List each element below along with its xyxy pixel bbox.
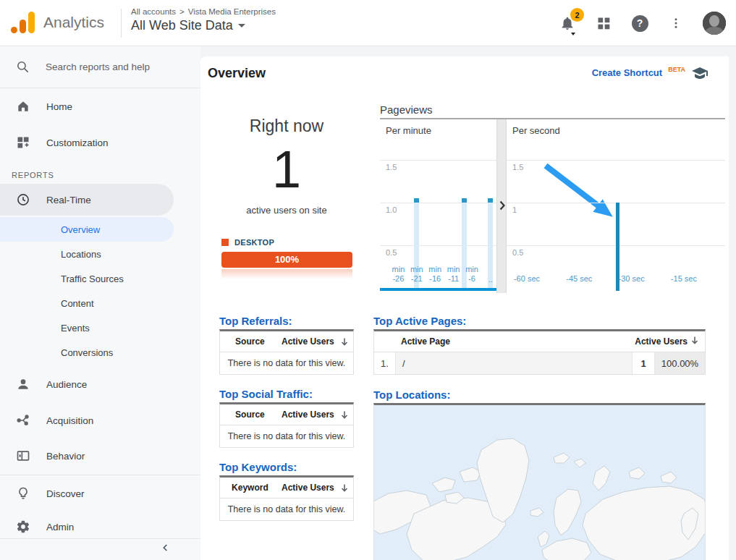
sidebar-item-locations[interactable]: Locations: [0, 242, 200, 266]
sidebar-item-traffic-sources[interactable]: Traffic Sources: [0, 266, 200, 291]
sidebar-item-label: Home: [46, 101, 72, 112]
row-percentage: 100.00%: [654, 352, 705, 374]
top-keywords-title: Top Keywords:: [219, 461, 297, 473]
sidebar-item-audience[interactable]: Audience: [0, 366, 200, 402]
pageviews-bar-cap: [488, 198, 493, 203]
sidebar-item-realtime[interactable]: Real-Time: [0, 184, 174, 216]
sidebar-item-acquisition[interactable]: Acquisition: [0, 402, 200, 438]
home-icon: [16, 99, 30, 114]
app-header: Analytics All accounts > Vista Media Ent…: [0, 0, 736, 46]
per-minute-baseline: [380, 288, 496, 291]
pageviews-charts: Per minute 1.51.00.5min-26min-21min-16mi…: [380, 119, 725, 293]
breadcrumb-property[interactable]: Vista Media Enterprises: [188, 7, 276, 16]
main-content: Overview Create Shortcut BETA Right now …: [200, 56, 729, 560]
x-axis-overflow-label: ..: [488, 275, 493, 284]
pageviews-bar-cap: [414, 198, 419, 203]
person-icon: [16, 377, 30, 391]
view-name: All Web Site Data: [131, 18, 233, 33]
beta-badge: BETA: [668, 66, 685, 73]
sub-item-label: Events: [61, 323, 90, 334]
top-social-table: Source Active Users There is no data for…: [219, 402, 354, 448]
sidebar-item-conversions[interactable]: Conversions: [0, 340, 200, 365]
clock-icon: [16, 192, 30, 207]
collapse-sidebar-button[interactable]: [160, 542, 172, 556]
y-axis-tick-label: 0.5: [386, 248, 397, 257]
column-header-active-users[interactable]: Active Users: [280, 483, 336, 493]
search-icon: [16, 60, 30, 74]
column-header-active-users[interactable]: Active Users: [280, 336, 336, 347]
more-menu-button[interactable]: [667, 14, 685, 33]
sidebar-item-label: Real-Time: [46, 195, 91, 205]
sidebar-divider: [0, 475, 200, 475]
sidebar: Home Customization REPORTS Real-Time Ove…: [0, 46, 200, 560]
y-axis-tick-label: 1.5: [386, 163, 397, 171]
sidebar-item-home[interactable]: Home: [0, 88, 200, 124]
sidebar-item-overview[interactable]: Overview: [0, 217, 174, 242]
user-avatar[interactable]: [703, 12, 726, 35]
y-axis-tick-label: 1: [512, 205, 517, 214]
pageviews-title: Pageviews: [380, 103, 433, 116]
sidebar-item-discover[interactable]: Discover: [0, 477, 200, 510]
graduation-cap-icon[interactable]: [691, 65, 708, 82]
top-referrals-table: Source Active Users There is no data for…: [219, 329, 354, 375]
y-axis-tick-label: 0.5: [512, 248, 523, 257]
chevron-down-icon: [238, 24, 245, 27]
column-header-active-users[interactable]: Active Users: [280, 410, 336, 420]
chart-expand-handle[interactable]: [496, 119, 507, 293]
sort-descending-icon[interactable]: [690, 336, 699, 347]
chevron-right-icon: [499, 200, 505, 211]
sidebar-item-label: Discover: [46, 488, 85, 499]
sort-descending-icon[interactable]: [336, 410, 353, 420]
kebab-menu-icon: [669, 15, 682, 31]
header-divider: [121, 9, 122, 38]
sort-descending-icon[interactable]: [336, 483, 353, 493]
sidebar-item-label: Customization: [46, 137, 109, 148]
gear-icon: [16, 519, 30, 534]
analytics-logo[interactable]: Analytics: [10, 10, 104, 35]
x-axis-tick-label: -45 sec: [566, 274, 592, 284]
help-button[interactable]: ?: [630, 14, 649, 33]
sidebar-item-content[interactable]: Content: [0, 291, 200, 315]
bar-reflection: [221, 269, 352, 279]
per-second-label: Per second: [512, 125, 560, 136]
empty-state-text: There is no data for this view.: [220, 352, 353, 374]
breadcrumb-account[interactable]: All accounts: [131, 7, 176, 16]
y-axis-tick-label: 1.0: [386, 205, 397, 214]
top-referrals-title: Top Referrals:: [219, 315, 292, 327]
behavior-icon: [16, 449, 30, 463]
sub-item-label: Traffic Sources: [61, 273, 124, 284]
column-header-source[interactable]: Source: [220, 410, 280, 420]
sub-item-label: Overview: [61, 224, 100, 235]
per-minute-label: Per minute: [386, 125, 431, 136]
search-input[interactable]: [46, 61, 176, 72]
pageviews-bar-cap: [462, 198, 467, 203]
sidebar-item-behavior[interactable]: Behavior: [0, 438, 200, 473]
row-page-path[interactable]: /: [395, 352, 632, 374]
table-row[interactable]: 1. / 1 100.00%: [374, 352, 705, 374]
sort-descending-icon[interactable]: [336, 337, 353, 347]
sidebar-search[interactable]: [0, 46, 200, 88]
empty-state-text: There is no data for this view.: [220, 499, 353, 520]
sidebar-footer: [0, 538, 200, 560]
column-header-source[interactable]: Source: [220, 336, 280, 347]
create-shortcut-link[interactable]: Create Shortcut: [592, 67, 663, 78]
sidebar-item-label: Acquisition: [46, 415, 93, 426]
notifications-button[interactable]: 2: [558, 14, 577, 33]
sidebar-item-events[interactable]: Events: [0, 315, 200, 340]
help-icon: ?: [632, 15, 648, 32]
y-axis-tick-label: 1.5: [512, 163, 523, 171]
sidebar-item-customization[interactable]: Customization: [0, 124, 200, 161]
column-header-keyword[interactable]: Keyword: [220, 483, 280, 493]
google-apps-button[interactable]: [594, 14, 613, 33]
locations-world-map[interactable]: [373, 403, 706, 560]
per-second-chart: Per second 1.510.5-60 sec-45 sec-30 sec-…: [507, 119, 725, 293]
desktop-legend-swatch: [221, 239, 229, 246]
column-header-active-page[interactable]: Active Page: [374, 336, 635, 347]
x-axis-tick-label: min-21: [410, 265, 423, 284]
chart-gridline: [380, 203, 496, 203]
sidebar-item-label: Audience: [46, 379, 87, 390]
column-header-active-users[interactable]: Active Users: [635, 336, 688, 347]
per-minute-chart: Per minute 1.51.00.5min-26min-21min-16mi…: [380, 119, 496, 293]
view-selector[interactable]: All Web Site Data: [131, 18, 276, 33]
row-active-users: 1: [632, 352, 654, 374]
